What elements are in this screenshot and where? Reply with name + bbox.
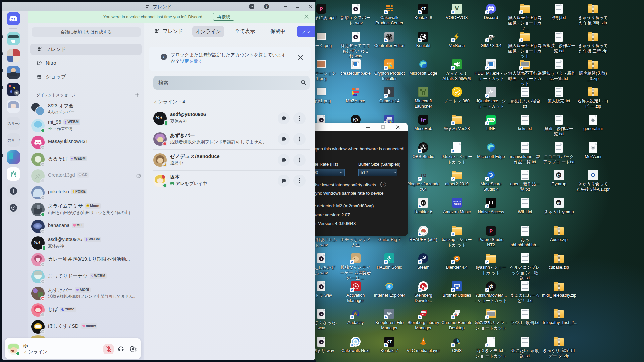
svg-text:MoZA: MoZA [353, 94, 358, 96]
svg-text:ゆ: ゆ [557, 173, 561, 177]
svg-text:amazon: amazon [453, 200, 461, 203]
svg-text:ゆ: ゆ [557, 201, 561, 205]
svg-text:e: e [387, 283, 390, 290]
svg-text:music: music [454, 203, 461, 205]
svg-text:CPI: CPI [387, 63, 391, 65]
